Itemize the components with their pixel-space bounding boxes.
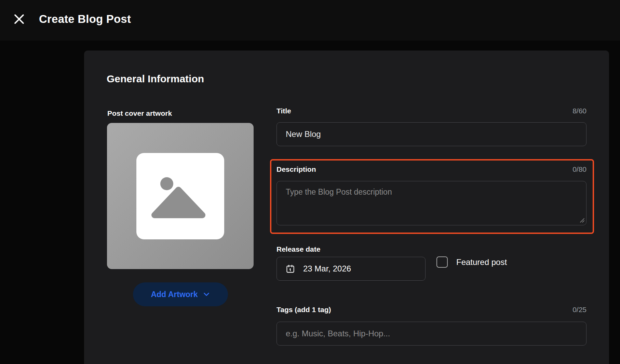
artwork-label: Post cover artwork [107, 109, 172, 117]
tags-field-header: Tags (add 1 tag) 0/25 [277, 306, 587, 314]
close-icon [13, 13, 26, 26]
description-textarea[interactable] [277, 181, 587, 225]
title-field-header: Title 8/60 [277, 107, 587, 115]
release-date-header: Release date [277, 245, 426, 253]
title-label: Title [277, 107, 291, 115]
title-input[interactable] [277, 122, 587, 146]
description-counter: 0/80 [572, 165, 587, 173]
close-button[interactable] [12, 12, 27, 27]
artwork-placeholder[interactable] [107, 123, 254, 269]
description-field-header: Description 0/80 [277, 165, 587, 173]
chevron-down-icon [203, 291, 210, 298]
tags-input[interactable] [277, 322, 587, 346]
add-artwork-button[interactable]: Add Artwork [133, 282, 228, 306]
release-date-value: 23 Mar, 2026 [303, 264, 351, 274]
title-counter: 8/60 [572, 107, 587, 115]
page-title: Create Blog Post [39, 13, 131, 26]
section-title: General Information [107, 73, 204, 85]
image-placeholder-frame [136, 153, 224, 239]
calendar-icon [286, 264, 295, 274]
description-label: Description [277, 165, 316, 173]
featured-post-label: Featured post [456, 257, 507, 267]
image-placeholder-icon [146, 162, 215, 230]
form-card: General Information Post cover artwork A… [84, 51, 609, 364]
tags-label: Tags (add 1 tag) [277, 306, 331, 314]
top-bar: Create Blog Post [0, 0, 620, 41]
release-date-label: Release date [277, 245, 320, 253]
description-textarea-wrap [277, 181, 587, 225]
add-artwork-label: Add Artwork [151, 290, 198, 299]
featured-post-checkbox[interactable] [436, 256, 448, 268]
featured-post-row: Featured post [436, 256, 507, 268]
tags-counter: 0/25 [572, 306, 587, 314]
release-date-field[interactable]: 23 Mar, 2026 [277, 257, 426, 281]
